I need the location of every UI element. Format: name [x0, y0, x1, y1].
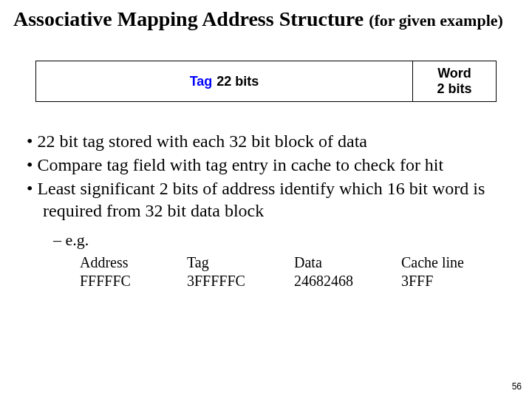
- word-field-bits: 2 bits: [437, 81, 472, 97]
- title-sub: (for given example): [369, 11, 503, 30]
- example-table: Address Tag Data Cache line FFFFFC 3FFFF…: [80, 254, 519, 290]
- bullet-item: Least significant 2 bits of address iden…: [27, 177, 505, 222]
- table-row: FFFFFC 3FFFFFC 24682468 3FFF: [80, 273, 519, 290]
- table-header-row: Address Tag Data Cache line: [80, 254, 519, 271]
- table-cell: 24682468: [294, 273, 401, 290]
- slide: Associative Mapping Address Structure (f…: [0, 0, 532, 399]
- bullet-item: Compare tag field with tag entry in cach…: [27, 154, 505, 176]
- tag-field-bits: 22 bits: [216, 74, 259, 89]
- page-number: 56: [512, 381, 522, 392]
- table-cell: 3FFF: [401, 273, 508, 290]
- table-cell: 3FFFFFC: [187, 273, 294, 290]
- bullet-list: 22 bit tag stored with each 32 bit block…: [27, 130, 505, 222]
- table-header: Data: [294, 254, 401, 271]
- sub-bullet-list: e.g.: [53, 231, 519, 250]
- address-structure-diagram: Tag 22 bits Word 2 bits: [35, 61, 497, 102]
- title-main: Associative Mapping Address Structure: [13, 7, 369, 30]
- slide-title: Associative Mapping Address Structure (f…: [13, 7, 519, 31]
- table-header: Cache line: [401, 254, 508, 271]
- table-header: Address: [80, 254, 187, 271]
- bullet-item: 22 bit tag stored with each 32 bit block…: [27, 130, 505, 152]
- table-header: Tag: [187, 254, 294, 271]
- tag-field-label: Tag: [190, 74, 213, 89]
- word-field-cell: Word 2 bits: [413, 61, 496, 101]
- tag-field-cell: Tag 22 bits: [36, 61, 413, 101]
- word-field-label: Word: [437, 66, 471, 81]
- sub-bullet-item: e.g.: [53, 231, 519, 250]
- table-cell: FFFFFC: [80, 273, 187, 290]
